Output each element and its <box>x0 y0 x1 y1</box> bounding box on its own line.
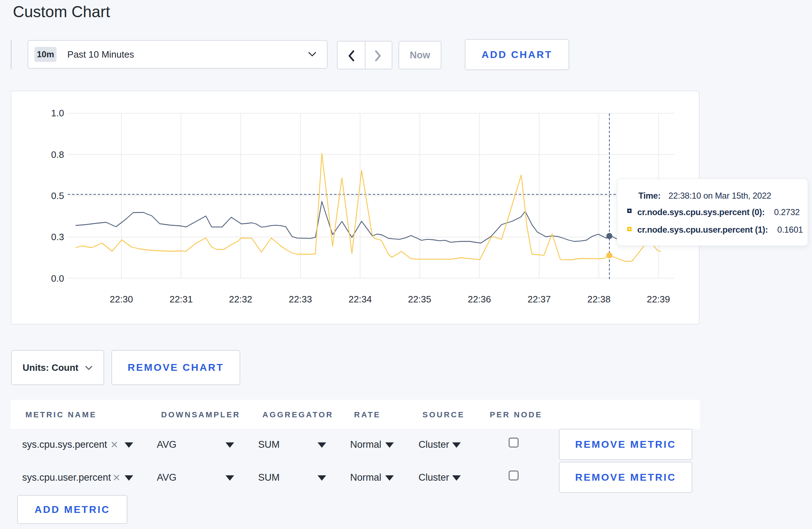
svg-text:22:37: 22:37 <box>527 294 551 305</box>
svg-text:22:34: 22:34 <box>348 294 372 305</box>
svg-text:1.0: 1.0 <box>51 108 64 118</box>
svg-text:0.5: 0.5 <box>51 190 64 201</box>
svg-text:22:31: 22:31 <box>169 294 193 305</box>
svg-text:22:35: 22:35 <box>408 294 431 305</box>
svg-text:22:30: 22:30 <box>110 294 133 305</box>
svg-text:0.8: 0.8 <box>51 149 64 160</box>
svg-text:22:38: 22:38 <box>587 294 610 305</box>
svg-text:0.3: 0.3 <box>51 232 64 242</box>
svg-text:22:32: 22:32 <box>229 294 252 305</box>
svg-text:22:39: 22:39 <box>647 294 670 305</box>
svg-text:22:33: 22:33 <box>289 294 312 305</box>
svg-text:22:36: 22:36 <box>468 294 491 305</box>
svg-text:0.0: 0.0 <box>51 273 64 284</box>
